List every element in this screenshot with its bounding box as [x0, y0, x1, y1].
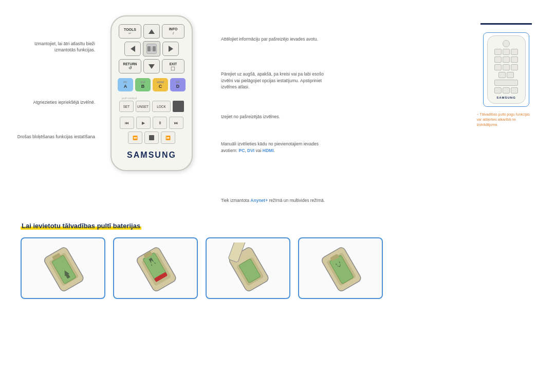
- left-label-2-text: Atgriezieties iepriekšējā izvēlnē.: [33, 100, 95, 105]
- left-label-1-text: Izmantojiet, lai ātri atlasītu bieži izm…: [34, 41, 95, 52]
- right-label-2-text: Pārejiet uz augšā, apakšā, pa kreisi vai…: [221, 71, 324, 90]
- battery-box-2: [113, 237, 198, 299]
- top-section: Izmantojiet, lai ātri atlasītu bieži izm…: [0, 0, 555, 214]
- mini-row-4: [498, 72, 514, 78]
- lock-label: LOCK: [157, 105, 166, 108]
- mini-row-2: [494, 57, 518, 63]
- set-label: SET: [123, 105, 130, 108]
- battery-image-2: [120, 242, 192, 294]
- rewind-button[interactable]: ⏪: [128, 132, 142, 144]
- return-label: RETURN: [123, 62, 137, 66]
- dvi-bold: DVI: [247, 148, 254, 153]
- pc-bold: PC: [239, 148, 245, 153]
- mini-row-3: [494, 64, 518, 70]
- fast-forward-icon: ⏩: [165, 136, 171, 140]
- row-tools-info: TOOLS ↩ INFO i: [118, 24, 186, 39]
- row-lock: SET UNSET LOCK: [118, 101, 186, 112]
- button-c[interactable]: HDMI C: [153, 78, 168, 91]
- left-labels: Izmantojiet, lai ātri atlasītu bieži izm…: [15, 15, 95, 204]
- right-label-1: Attēlojiet informāciju par pašreizējo ie…: [221, 36, 334, 43]
- left-arrow-icon: [131, 46, 135, 52]
- mini-btn-12: [494, 87, 502, 94]
- right-label-3-text: Izejiet no pašreizējās izvēlnes.: [221, 114, 280, 119]
- remote-control: TOOLS ↩ INFO i: [110, 15, 193, 171]
- lock-button[interactable]: LOCK: [152, 101, 171, 112]
- unset-button[interactable]: UNSET: [136, 101, 150, 112]
- mini-samsung-logo: SAMSUNG: [496, 96, 516, 99]
- fast-forward-button[interactable]: ⏩: [161, 132, 175, 144]
- button-b[interactable]: DVI B: [135, 78, 151, 91]
- mini-circle-top: [503, 40, 510, 47]
- left-label-3-text: Drošas bloķēšanas funkcijas iestatīšana: [17, 134, 95, 139]
- mini-samsung-text: SAMSUNG: [496, 96, 516, 99]
- up-arrow-icon: [149, 29, 155, 34]
- black-square-button[interactable]: [173, 101, 184, 112]
- button-d[interactable]: DP D: [170, 78, 186, 91]
- samsung-logo: SAMSUNG: [127, 151, 176, 160]
- skip-forward-button[interactable]: ⏭: [169, 117, 183, 129]
- right-arrow-icon: [169, 46, 173, 52]
- pause-button[interactable]: ⏸: [153, 117, 167, 129]
- return-button[interactable]: RETURN ↺: [119, 59, 141, 73]
- mini-btn-8: [503, 64, 510, 70]
- mini-btn-2: [503, 49, 510, 55]
- left-label-1: Izmantojiet, lai ātri atlasītu bieži izm…: [15, 41, 95, 53]
- rewind-icon: ⏪: [133, 136, 138, 140]
- left-button[interactable]: [124, 42, 141, 56]
- mini-remote-wrapper: SAMSUNG: [483, 32, 529, 107]
- row-return-exit: RETURN ↺ EXIT ⬚: [118, 59, 186, 73]
- bottom-section: Lai ievietotu tālvadības pultī baterijas: [0, 214, 555, 309]
- set-button[interactable]: SET: [119, 101, 134, 112]
- right-note: Tālvadības pults pogu funkcijas var atšķ…: [477, 112, 536, 127]
- mini-btn-4: [494, 57, 502, 63]
- unset-label: UNSET: [137, 105, 149, 108]
- mini-btn-11: [507, 72, 514, 78]
- skip-back-button[interactable]: ⏮: [120, 117, 134, 129]
- tools-label: TOOLS: [124, 28, 136, 31]
- row-dpad: [118, 41, 186, 57]
- battery-image-1: [27, 242, 99, 294]
- lock-row-label: pull control: [118, 97, 137, 100]
- button-a[interactable]: PC A: [118, 78, 133, 91]
- battery-images: [21, 237, 540, 299]
- exit-button[interactable]: EXIT ⬚: [162, 59, 184, 73]
- right-remote-area: SAMSUNG Tālvadības pults pogu funkcijas …: [473, 15, 540, 204]
- down-arrow-icon: [149, 64, 155, 69]
- battery-box-4: [298, 237, 383, 299]
- left-label-3: Drošas bloķēšanas funkcijas iestatīšana: [15, 134, 95, 140]
- right-label-3: Izejiet no pašreizējās izvēlnes.: [221, 114, 334, 120]
- mini-btn-14: [511, 87, 518, 94]
- right-label-2: Pārejiet uz augšā, apakšā, pa kreisi vai…: [221, 71, 334, 90]
- mini-btn-13: [503, 87, 510, 94]
- select-button[interactable]: [143, 41, 160, 57]
- mini-btn-9: [511, 64, 518, 70]
- battery-image-4: [305, 242, 377, 294]
- row-media-2: ⏪ ⏩: [118, 132, 186, 144]
- play-button[interactable]: ▶: [136, 117, 151, 129]
- right-label-1-text: Attēlojiet informāciju par pašreizējo ie…: [221, 36, 318, 42]
- stop-button[interactable]: [144, 132, 159, 144]
- stop-icon: [149, 135, 154, 140]
- skip-back-icon: ⏮: [125, 121, 129, 125]
- mini-btn-1: [494, 49, 502, 55]
- up-button[interactable]: [143, 24, 160, 39]
- tools-button[interactable]: TOOLS ↩: [119, 24, 141, 39]
- right-divider: [480, 23, 532, 25]
- left-label-2: Atgriezieties iepriekšējā izvēlnē.: [15, 100, 95, 106]
- hdmi-bold: HDMI: [263, 148, 274, 153]
- battery-title: Lai ievietotu tālvadības pultī baterijas: [21, 222, 141, 230]
- right-label-4-vai: vai: [254, 148, 263, 153]
- battery-title-text: Lai ievietotu tālvadības pultī baterijas: [22, 222, 140, 230]
- down-button[interactable]: [143, 59, 160, 73]
- right-button[interactable]: [162, 42, 179, 56]
- battery-box-1: [21, 237, 105, 299]
- mini-row-5: [494, 80, 518, 86]
- mini-btn-10: [498, 72, 506, 78]
- row-color-buttons: PC A DVI B HDMI C DP D: [118, 78, 186, 91]
- mini-btn-6: [511, 57, 518, 63]
- mini-btn-3: [511, 49, 518, 55]
- info-label: INFO: [169, 27, 178, 31]
- row-media-1: ⏮ ▶ ⏸ ⏭: [118, 117, 186, 129]
- anynet-bold: Anynet+: [250, 198, 268, 203]
- info-button[interactable]: INFO i: [162, 24, 184, 39]
